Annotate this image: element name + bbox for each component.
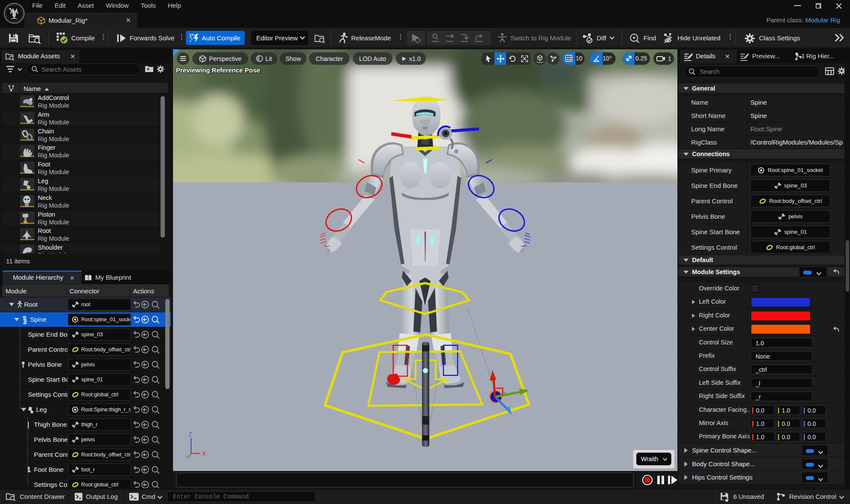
svg-text:1: 1 — [668, 55, 671, 62]
svg-text:X: X — [202, 450, 206, 457]
svg-text:Z: Z — [188, 431, 192, 438]
svg-text:Y: Y — [185, 455, 188, 460]
